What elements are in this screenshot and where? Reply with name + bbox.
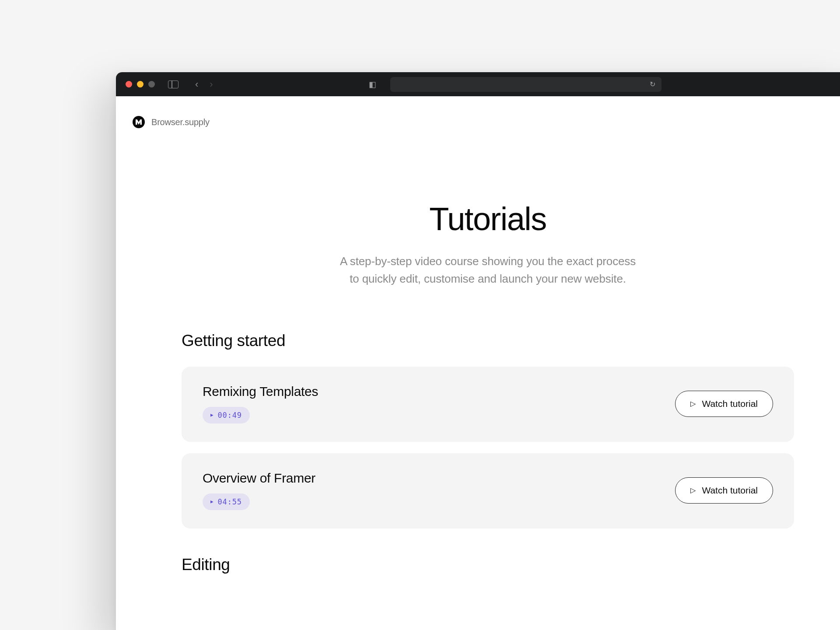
duration-badge: ▶ 04:55 bbox=[203, 494, 250, 510]
section-title: Getting started bbox=[182, 332, 794, 350]
tutorial-info: Remixing Templates ▶ 00:49 bbox=[203, 384, 318, 424]
window-minimize-button[interactable] bbox=[137, 81, 144, 88]
play-icon: ▶ bbox=[210, 412, 214, 418]
window-maximize-button[interactable] bbox=[148, 81, 155, 88]
sidebar-toggle-icon[interactable] bbox=[168, 80, 178, 88]
section-title: Editing bbox=[182, 556, 794, 574]
url-bar[interactable]: ↻ bbox=[390, 77, 662, 92]
tutorial-title: Remixing Templates bbox=[203, 384, 318, 399]
nav-back-button[interactable]: ‹ bbox=[195, 80, 198, 89]
subtitle-line: to quickly edit, customise and launch yo… bbox=[350, 272, 626, 285]
brand-logo-icon bbox=[133, 116, 145, 128]
window-close-button[interactable] bbox=[126, 81, 132, 88]
brand-name: Browser.supply bbox=[151, 117, 210, 127]
watch-button-label: Watch tutorial bbox=[702, 485, 758, 496]
play-outline-icon: ▷ bbox=[690, 399, 696, 408]
page-subtitle: A step-by-step video course showing you … bbox=[133, 252, 840, 288]
tutorial-card: Remixing Templates ▶ 00:49 ▷ Watch tutor… bbox=[182, 367, 794, 442]
privacy-shield-icon[interactable]: ◧ bbox=[369, 80, 376, 89]
duration-badge: ▶ 00:49 bbox=[203, 407, 250, 424]
traffic-lights bbox=[126, 81, 155, 88]
hero: Tutorials A step-by-step video course sh… bbox=[116, 200, 840, 288]
tutorial-info: Overview of Framer ▶ 04:55 bbox=[203, 471, 315, 510]
page-title: Tutorials bbox=[133, 200, 840, 238]
nav-arrows: ‹ › bbox=[195, 80, 213, 89]
reload-icon[interactable]: ↻ bbox=[650, 80, 655, 88]
section-getting-started: Getting started Remixing Templates ▶ 00:… bbox=[116, 332, 840, 528]
tutorial-title: Overview of Framer bbox=[203, 471, 315, 486]
browser-titlebar: ‹ › ◧ ↻ bbox=[116, 72, 840, 96]
tutorial-card: Overview of Framer ▶ 04:55 ▷ Watch tutor… bbox=[182, 453, 794, 528]
section-editing: Editing bbox=[116, 556, 840, 574]
watch-button-label: Watch tutorial bbox=[702, 399, 758, 409]
subtitle-line: A step-by-step video course showing you … bbox=[340, 255, 636, 268]
nav-forward-button[interactable]: › bbox=[210, 80, 213, 89]
page-content: Browser.supply Tutorials A step-by-step … bbox=[116, 96, 840, 574]
duration-text: 00:49 bbox=[217, 411, 242, 420]
play-icon: ▶ bbox=[210, 499, 214, 504]
brand[interactable]: Browser.supply bbox=[116, 116, 840, 128]
browser-window: ‹ › ◧ ↻ Browser.supply Tutorials A step-… bbox=[116, 72, 840, 630]
duration-text: 04:55 bbox=[217, 497, 242, 506]
watch-tutorial-button[interactable]: ▷ Watch tutorial bbox=[675, 391, 773, 417]
play-outline-icon: ▷ bbox=[690, 486, 696, 494]
watch-tutorial-button[interactable]: ▷ Watch tutorial bbox=[675, 477, 773, 504]
